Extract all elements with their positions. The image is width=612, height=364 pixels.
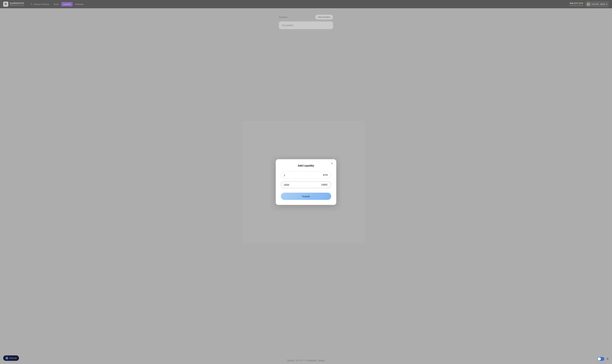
bottom-right-controls: ⚙ — [597, 357, 609, 361]
badge-value: 2635.80 — [9, 357, 17, 359]
add-liquidity-modal: × Add Liquidity ETH USDC Supply — [276, 159, 336, 205]
modal-overlay: × Add Liquidity ETH USDC Supply — [0, 0, 612, 364]
usdc-input-group: USDC — [281, 181, 331, 188]
toggle-thumb — [598, 357, 601, 361]
usdc-token-label: USDC — [320, 183, 329, 186]
bottom-badge: i 2635.80 — [3, 355, 19, 361]
eth-token-label: ETH — [322, 173, 329, 177]
modal-title: Add Liquidity — [281, 164, 331, 167]
eth-input-group: ETH — [281, 172, 331, 179]
info-icon: i — [5, 357, 8, 360]
main-content: Position New Position No position × Add … — [0, 8, 612, 357]
supply-button[interactable]: Supply — [281, 193, 331, 200]
modal-close-button[interactable]: × — [330, 161, 334, 166]
theme-toggle[interactable] — [597, 357, 604, 361]
settings-icon[interactable]: ⚙ — [606, 357, 609, 361]
